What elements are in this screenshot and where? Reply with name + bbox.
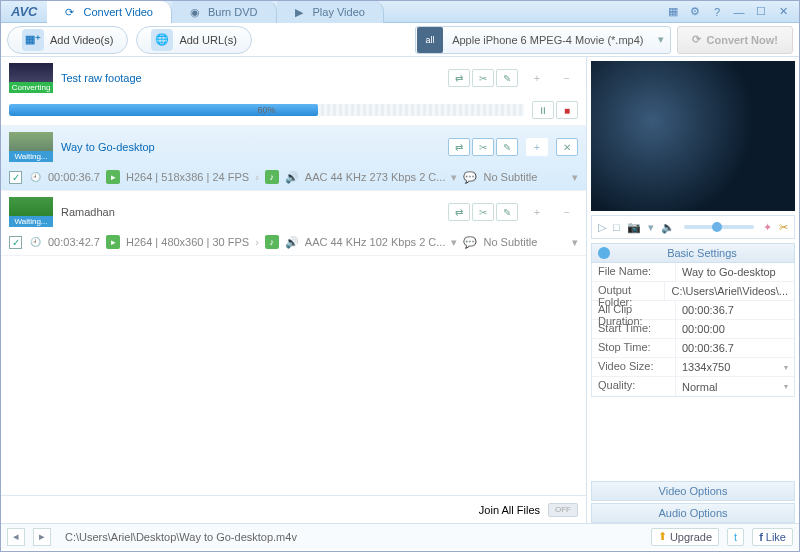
app-logo: AVC (1, 4, 47, 19)
label-start-time: Start Time: (592, 320, 676, 338)
audio-options-header[interactable]: Audio Options (591, 503, 795, 523)
pause-icon[interactable]: ⏸ (532, 101, 554, 119)
clock-icon: 🕘 (28, 170, 42, 184)
checkbox[interactable]: ✓ (9, 236, 22, 249)
video-options-header[interactable]: Video Options (591, 481, 795, 501)
refresh-icon: ⟳ (65, 6, 77, 18)
chevron-down-icon[interactable]: ▾ (646, 221, 656, 234)
cut-icon[interactable]: ✂ (777, 221, 790, 234)
stop-icon[interactable]: ■ (556, 101, 578, 119)
cut-icon[interactable]: ✂ (472, 69, 494, 87)
main-tabs: ⟳Convert Video ◉Burn DVD ▶Play Video (47, 1, 657, 23)
progress-bar: 60% (9, 104, 524, 116)
prev-icon[interactable]: ◂ (7, 528, 25, 546)
volume-icon[interactable]: 🔈 (659, 221, 677, 234)
chevron-down-icon[interactable]: ▾ (572, 171, 578, 184)
clock-icon: 🕘 (28, 235, 42, 249)
status-badge: Converting (9, 82, 53, 93)
basic-settings-header[interactable]: Basic Settings (591, 243, 795, 263)
output-profile-select[interactable]: all Apple iPhone 6 MPEG-4 Movie (*.mp4) … (415, 26, 670, 54)
join-toggle[interactable]: OFF (548, 503, 578, 517)
remove-icon[interactable]: − (556, 69, 578, 87)
value-filename[interactable]: Way to Go-desktop (676, 263, 794, 281)
header-label: Basic Settings (616, 247, 788, 259)
swap-icon[interactable]: ⇄ (448, 138, 470, 156)
facebook-like-button[interactable]: f Like (752, 528, 793, 546)
tool-icon[interactable]: ✦ (761, 221, 774, 234)
list-item[interactable]: Waiting... Ramadhan ⇄ ✂ ✎ + − ✓ 🕘 00:03:… (1, 191, 586, 256)
play-icon: ▶ (295, 6, 307, 18)
tab-burn-dvd[interactable]: ◉Burn DVD (172, 1, 277, 23)
remove-icon[interactable]: ✕ (556, 138, 578, 156)
audio-codec: AAC 44 KHz 102 Kbps 2 C... (305, 236, 446, 248)
speaker-icon[interactable]: 🔊 (285, 236, 299, 249)
file-list: Converting Test raw footage ⇄ ✂ ✎ + − 60… (1, 57, 587, 523)
duration: 00:03:42.7 (48, 236, 100, 248)
chevron-right-icon[interactable]: › (255, 236, 259, 248)
profile-label: Apple iPhone 6 MPEG-4 Movie (*.mp4) (444, 34, 651, 46)
chevron-down-icon[interactable]: ▾ (451, 171, 457, 184)
value-video-size[interactable]: 1334x750▾ (676, 358, 794, 376)
audio-codec: AAC 44 KHz 273 Kbps 2 C... (305, 171, 446, 183)
settings-icon[interactable]: ▦ (665, 4, 681, 20)
twitter-button[interactable]: t (727, 528, 744, 546)
chevron-right-icon[interactable]: › (255, 171, 259, 183)
list-item[interactable]: Waiting... Way to Go-desktop ⇄ ✂ ✎ + ✕ ✓… (1, 126, 586, 191)
video-preview[interactable] (591, 61, 795, 211)
close-icon[interactable]: ✕ (775, 4, 791, 20)
value-output-folder[interactable]: C:\Users\Ariel\Videos\... (665, 282, 794, 300)
film-plus-icon: ▦⁺ (22, 29, 44, 51)
add-icon[interactable]: + (526, 69, 548, 87)
add-url-button[interactable]: 🌐Add URL(s) (136, 26, 251, 54)
status-bar: ◂ ▸ C:\Users\Ariel\Desktop\Way to Go-des… (1, 523, 799, 549)
next-icon[interactable]: ▸ (33, 528, 51, 546)
value-start-time[interactable]: 00:00:00 (676, 320, 794, 338)
minimize-icon[interactable]: — (731, 4, 747, 20)
chevron-down-icon[interactable]: ▾ (572, 236, 578, 249)
convert-now-button[interactable]: ⟳Convert Now! (677, 26, 794, 54)
globe-plus-icon: 🌐 (151, 29, 173, 51)
tab-play-video[interactable]: ▶Play Video (277, 1, 384, 23)
chevron-down-icon: ▾ (784, 382, 788, 391)
item-title: Way to Go-desktop (61, 141, 440, 153)
audio-icon: ♪ (265, 235, 279, 249)
cut-icon[interactable]: ✂ (472, 138, 494, 156)
list-item[interactable]: Converting Test raw footage ⇄ ✂ ✎ + − 60… (1, 57, 586, 126)
checkbox[interactable]: ✓ (9, 171, 22, 184)
wand-icon[interactable]: ✎ (496, 203, 518, 221)
status-badge: Waiting... (9, 216, 53, 227)
status-badge: Waiting... (9, 151, 53, 162)
wand-icon[interactable]: ✎ (496, 69, 518, 87)
join-files-label: Join All Files (479, 504, 540, 516)
subtitle: No Subtitle (483, 171, 537, 183)
tab-label: Burn DVD (208, 6, 258, 18)
add-icon[interactable]: + (526, 203, 548, 221)
wand-icon[interactable]: ✎ (496, 138, 518, 156)
play-icon[interactable]: ▷ (596, 221, 608, 234)
cut-icon[interactable]: ✂ (472, 203, 494, 221)
value-stop-time[interactable]: 00:00:36.7 (676, 339, 794, 357)
chevron-down-icon: ▾ (784, 363, 788, 372)
add-video-button[interactable]: ▦⁺Add Video(s) (7, 26, 128, 54)
volume-slider[interactable] (684, 225, 754, 229)
tab-convert-video[interactable]: ⟳Convert Video (47, 1, 172, 23)
maximize-icon[interactable]: ☐ (753, 4, 769, 20)
item-details: ✓ 🕘 00:03:42.7 ▸ H264 | 480x360 | 30 FPS… (9, 235, 578, 249)
titlebar: AVC ⟳Convert Video ◉Burn DVD ▶Play Video… (1, 1, 799, 23)
stop-icon[interactable]: □ (611, 221, 622, 233)
add-icon[interactable]: + (526, 138, 548, 156)
upgrade-button[interactable]: ⬆Upgrade (651, 528, 719, 546)
swap-icon[interactable]: ⇄ (448, 69, 470, 87)
swap-icon[interactable]: ⇄ (448, 203, 470, 221)
remove-icon[interactable]: − (556, 203, 578, 221)
help-icon[interactable]: ? (709, 4, 725, 20)
duration: 00:00:36.7 (48, 171, 100, 183)
item-title: Ramadhan (61, 206, 440, 218)
gear-icon[interactable]: ⚙ (687, 4, 703, 20)
speaker-icon[interactable]: 🔊 (285, 171, 299, 184)
button-label: Add URL(s) (179, 34, 236, 46)
value-quality[interactable]: Normal▾ (676, 377, 794, 396)
button-label: Convert Now! (707, 34, 779, 46)
chevron-down-icon[interactable]: ▾ (451, 236, 457, 249)
snapshot-icon[interactable]: 📷 (625, 221, 643, 234)
